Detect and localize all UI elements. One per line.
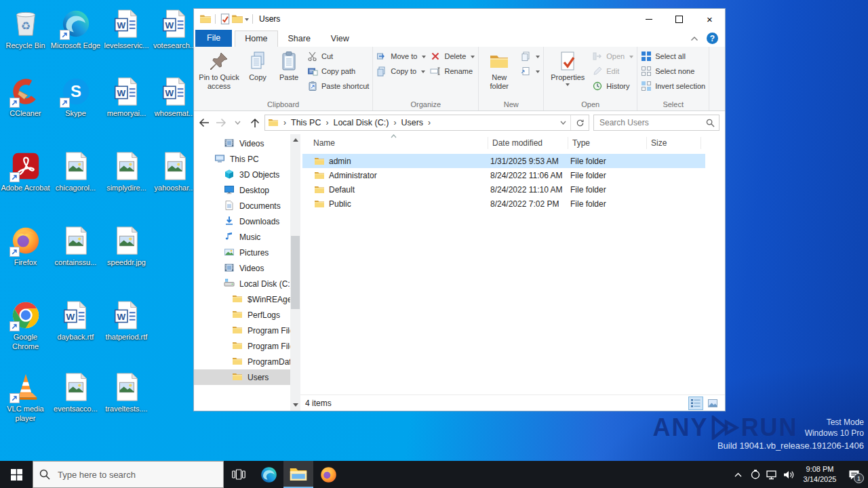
- delete-button[interactable]: Delete: [430, 50, 475, 62]
- chevron-right-icon[interactable]: ›: [428, 118, 431, 127]
- desktop-icon-vlc-media-player[interactable]: VLC media player: [0, 371, 51, 424]
- open-button[interactable]: Open: [592, 50, 633, 62]
- help-icon[interactable]: ?: [707, 33, 718, 44]
- qat-new-folder-icon[interactable]: [231, 14, 243, 24]
- scroll-down-icon[interactable]: [290, 400, 300, 411]
- desktop-icon-recycle-bin[interactable]: ♻ Recycle Bin: [0, 8, 51, 51]
- start-button[interactable]: [0, 461, 33, 488]
- pin-to-quick-access-button[interactable]: Pin to Quick access: [195, 47, 243, 100]
- desktop-icon-firefox[interactable]: Firefox: [0, 225, 51, 268]
- cut-button[interactable]: Cut: [307, 50, 369, 62]
- search-icon[interactable]: [706, 119, 715, 127]
- nav-item-users[interactable]: Users: [194, 369, 290, 385]
- nav-item-program-files-x86[interactable]: Program Files (x86): [194, 338, 290, 354]
- history-button[interactable]: History: [592, 80, 633, 92]
- nav-item-3d-objects[interactable]: 3D Objects: [194, 167, 290, 182]
- address-dropdown-icon[interactable]: [555, 121, 570, 125]
- copy-path-button[interactable]: Copy path: [307, 65, 369, 77]
- taskbar-search-input[interactable]: [56, 469, 217, 481]
- nav-item-local-disk-c[interactable]: Local Disk (C:): [194, 276, 290, 291]
- easy-access-button[interactable]: [520, 65, 540, 77]
- desktop-icon-thatperiod-rtf[interactable]: W thatperiod.rtf: [101, 300, 152, 342]
- file-row-public[interactable]: Public 8/24/2022 7:02 PM File folder: [302, 197, 705, 211]
- address-box[interactable]: › This PC › Local Disk (C:) › Users ›: [264, 115, 589, 131]
- nav-item-documents[interactable]: Documents: [194, 198, 290, 214]
- edge-taskbar-icon[interactable]: [254, 461, 283, 488]
- desktop-icon-eventsacco[interactable]: eventsacco...: [50, 371, 101, 414]
- desktop-icon-chicagorol[interactable]: chicagorol...: [50, 150, 101, 193]
- qat-properties-icon[interactable]: [219, 14, 231, 24]
- explorer-search-input[interactable]: [598, 117, 706, 128]
- tray-chevron-up-icon[interactable]: [730, 461, 747, 488]
- nav-scrollbar[interactable]: [290, 134, 300, 411]
- file-row-default[interactable]: Default 8/24/2022 11:10 AM File folder: [302, 182, 705, 197]
- nav-item-this-pc[interactable]: This PC: [194, 151, 290, 167]
- nav-item-programdata[interactable]: ProgramData: [194, 354, 290, 369]
- tray-tablet-icon[interactable]: [747, 461, 764, 488]
- refresh-icon[interactable]: [570, 115, 589, 130]
- volume-icon[interactable]: [781, 461, 797, 488]
- desktop-icon-traveltests[interactable]: traveltests....: [101, 371, 152, 414]
- desktop-icon-simplydire[interactable]: simplydire...: [101, 150, 152, 193]
- desktop-icon-microsoft-edge[interactable]: Microsoft Edge: [50, 8, 101, 51]
- breadcrumb-segment[interactable]: This PC ›: [291, 118, 333, 127]
- nav-item-pictures[interactable]: Pictures: [194, 245, 290, 260]
- tab-home[interactable]: Home: [235, 30, 277, 47]
- large-icons-view-button[interactable]: [705, 396, 720, 410]
- file-row-administrator[interactable]: Administrator 8/24/2022 11:06 AM File fo…: [302, 168, 705, 182]
- paste-shortcut-button[interactable]: Paste shortcut: [307, 80, 369, 92]
- forward-button[interactable]: [212, 115, 229, 131]
- breadcrumb-segment[interactable]: Users ›: [401, 118, 435, 127]
- firefox-taskbar-icon[interactable]: [313, 461, 343, 488]
- tab-file[interactable]: File: [195, 30, 232, 47]
- new-folder-button[interactable]: New folder: [480, 47, 518, 100]
- maximize-button[interactable]: [664, 9, 694, 29]
- file-explorer-taskbar-icon[interactable]: [283, 461, 313, 488]
- tab-share[interactable]: Share: [278, 31, 321, 47]
- tab-view[interactable]: View: [321, 31, 359, 47]
- network-icon[interactable]: [764, 461, 781, 488]
- paste-button[interactable]: Paste: [273, 47, 305, 100]
- desktop-icon-google-chrome[interactable]: Google Chrome: [0, 300, 51, 352]
- action-center-button[interactable]: 1: [842, 461, 865, 488]
- desktop-icon-skype[interactable]: S Skype: [50, 76, 101, 119]
- close-button[interactable]: ×: [694, 9, 725, 29]
- explorer-search[interactable]: [593, 115, 719, 131]
- desktop-icon-ccleaner[interactable]: CCleaner: [0, 76, 51, 119]
- minimize-button[interactable]: [633, 9, 664, 29]
- scroll-up-icon[interactable]: [290, 134, 300, 145]
- desktop-icon-levelsservic[interactable]: W levelsservic...: [101, 8, 152, 51]
- chevron-right-icon[interactable]: ›: [326, 118, 328, 127]
- column-header-type[interactable]: Type: [568, 137, 647, 149]
- select-none-button[interactable]: Select none: [641, 65, 705, 77]
- desktop-icon-adobe-acrobat[interactable]: Adobe Acrobat: [0, 150, 51, 193]
- move-to-button[interactable]: Move to: [376, 50, 426, 62]
- clock[interactable]: 9:08 PM 3/14/2025: [797, 464, 842, 485]
- invert-selection-button[interactable]: Invert selection: [641, 80, 705, 92]
- nav-item-downloads[interactable]: Downloads: [194, 214, 290, 229]
- column-header-date-modified[interactable]: Date modified: [488, 137, 568, 149]
- back-button[interactable]: [195, 115, 212, 131]
- nav-item-program-files[interactable]: Program Files: [194, 323, 290, 338]
- task-view-button[interactable]: [224, 461, 254, 488]
- breadcrumb-segment[interactable]: Local Disk (C:) ›: [333, 118, 401, 127]
- nav-item-videos[interactable]: Videos: [194, 260, 290, 276]
- nav-item-music[interactable]: Music: [194, 229, 290, 245]
- nav-item-desktop[interactable]: Desktop: [194, 182, 290, 198]
- nav-item-winreagent[interactable]: $WinREAgent: [194, 291, 290, 307]
- recent-locations-icon[interactable]: [229, 115, 246, 131]
- scroll-thumb[interactable]: [291, 236, 300, 309]
- taskbar-search[interactable]: [33, 461, 224, 488]
- desktop-icon-containssu[interactable]: containssu...: [50, 225, 101, 268]
- nav-item-perflogs[interactable]: PerfLogs: [194, 307, 290, 323]
- select-all-button[interactable]: Select all: [641, 50, 705, 62]
- desktop-icon-dayback-rtf[interactable]: W dayback.rtf: [50, 300, 101, 342]
- desktop-icon-yahooshar[interactable]: yahooshar...: [149, 150, 200, 193]
- new-item-button[interactable]: [520, 50, 540, 62]
- desktop-icon-votesearch[interactable]: W votesearch...: [149, 8, 200, 51]
- qat-dropdown-icon[interactable]: [245, 18, 249, 23]
- properties-button[interactable]: Properties: [545, 47, 590, 100]
- copy-to-button[interactable]: Copy to: [376, 65, 426, 77]
- column-header-name[interactable]: Name: [300, 137, 488, 149]
- copy-button[interactable]: Copy: [243, 47, 273, 100]
